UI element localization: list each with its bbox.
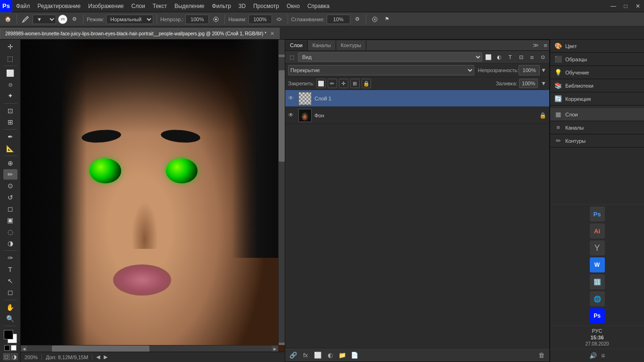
tool-blur[interactable]: ◌	[3, 227, 17, 237]
panel-menu-btn[interactable]: ≡	[542, 42, 549, 49]
lock-transparent-btn[interactable]: ⬜	[316, 79, 326, 88]
ai-app-icon[interactable]: Ai	[590, 223, 605, 239]
menu-image[interactable]: Изображение	[84, 0, 128, 12]
tool-history-brush[interactable]: ↺	[3, 192, 17, 203]
filter-adjustment-btn[interactable]: ◐	[495, 52, 504, 62]
foreground-color[interactable]	[4, 330, 13, 339]
tool-shape[interactable]: ◻	[3, 287, 17, 297]
tool-clone[interactable]: ⊙	[3, 181, 17, 191]
menu-select[interactable]: Выделение	[171, 0, 208, 12]
panel-item-corrections[interactable]: 🔄 Коррекция	[550, 92, 644, 106]
tool-hand[interactable]: ✋	[3, 302, 17, 312]
tool-move[interactable]: ✛	[3, 41, 17, 52]
brush-settings-btn[interactable]: ⚙	[69, 14, 80, 25]
extra-btn-2[interactable]: ⚑	[382, 14, 392, 25]
panel-item-color[interactable]: 🎨 Цвет	[550, 40, 644, 53]
minimize-button[interactable]: —	[607, 0, 619, 12]
opacity-airbrush-btn[interactable]	[211, 14, 221, 25]
status-arrow-right[interactable]: ▶	[104, 354, 107, 360]
tool-text[interactable]: T	[3, 264, 17, 274]
tool-ruler[interactable]: 📐	[3, 143, 17, 153]
lock-all-btn[interactable]: 🔒	[362, 79, 371, 88]
fill-arrow[interactable]: ▼	[541, 80, 546, 87]
menu-view[interactable]: Просмотр	[249, 0, 283, 12]
menu-help[interactable]: Справка	[304, 0, 333, 12]
menu-filter[interactable]: Фильтр	[208, 0, 235, 12]
panel-item-channels[interactable]: ≡ Каналы	[550, 121, 644, 134]
menu-layers[interactable]: Слои	[128, 0, 149, 12]
yandex-icon[interactable]: Y	[590, 240, 605, 255]
tool-gradient[interactable]: ▣	[3, 215, 17, 225]
panel-item-layers[interactable]: ▦ Слои	[550, 108, 644, 121]
opacity-input-layers[interactable]	[519, 65, 540, 75]
layer-blend-mode[interactable]: Перекрытие	[288, 65, 474, 75]
layer-visibility-layer1[interactable]: 👁	[288, 95, 296, 102]
maximize-button[interactable]: □	[619, 0, 632, 12]
new-group-btn[interactable]: 📁	[337, 350, 347, 360]
add-mask-btn[interactable]: ⬜	[313, 350, 323, 360]
browser-icon[interactable]: 🌐	[590, 291, 605, 306]
tool-brush[interactable]: ✏	[3, 169, 17, 180]
tool-magic-wand[interactable]: ✦	[3, 90, 17, 101]
opacity-arrow[interactable]: ▼	[541, 67, 546, 74]
panel-item-paths[interactable]: ✏ Контуры	[550, 134, 644, 148]
opacity-input-toolbar[interactable]	[185, 15, 209, 24]
lock-paint-btn[interactable]: ✏	[328, 79, 337, 88]
home-button[interactable]: 🏠	[3, 14, 13, 25]
tool-path-select[interactable]: ↖	[3, 276, 17, 286]
tab-close-btn[interactable]: ✕	[270, 31, 274, 37]
add-layer-style-btn[interactable]: fx	[300, 350, 311, 360]
notifications-icon[interactable]: 🖥	[601, 353, 605, 358]
tool-dodge[interactable]: ◑	[3, 238, 17, 248]
tool-pen[interactable]: ✑	[3, 253, 17, 263]
menu-file[interactable]: Файл	[12, 0, 34, 12]
filter-pixel-btn[interactable]: ⬜	[484, 52, 493, 62]
fill-input[interactable]	[519, 79, 538, 88]
smoothing-input[interactable]	[327, 15, 350, 24]
extra-btn-1[interactable]	[370, 14, 380, 25]
flow-input[interactable]	[248, 15, 272, 24]
canvas-vscroll[interactable]	[278, 40, 285, 345]
flow-btn[interactable]	[274, 14, 284, 25]
tab-paths[interactable]: Контуры	[336, 41, 366, 50]
document-canvas[interactable]: ◀ ▶	[21, 40, 285, 352]
filter-text-btn[interactable]: T	[505, 52, 515, 62]
tool-eyedropper[interactable]: ✒	[3, 132, 17, 142]
ps-app-icon[interactable]: Ps	[590, 206, 605, 222]
link-layers-btn[interactable]: 🔗	[288, 350, 298, 360]
new-layer-btn[interactable]: 📄	[349, 350, 360, 360]
tool-artboard[interactable]: ⬚	[3, 53, 17, 63]
tab-layers[interactable]: Слои	[285, 41, 308, 50]
tool-crop[interactable]: ⊡	[3, 105, 17, 115]
lock-position-btn[interactable]: ✛	[339, 79, 348, 88]
panel-expand-btn[interactable]: ≫	[530, 40, 542, 50]
panel-item-libraries[interactable]: 📚 Библиотеки	[550, 79, 644, 92]
status-arrow-left[interactable]: ◀	[96, 354, 100, 360]
menu-text[interactable]: Текст	[149, 0, 171, 12]
word-icon[interactable]: W	[590, 257, 605, 272]
volume-icon[interactable]: 🔊	[589, 352, 597, 359]
brush-tool-btn[interactable]	[20, 14, 31, 25]
tool-eraser[interactable]: ◻	[3, 204, 17, 214]
tool-frame[interactable]: ⊞	[3, 117, 17, 127]
delete-layer-btn[interactable]: 🗑	[536, 350, 546, 360]
panel-item-swatches[interactable]: ⬛ Образцы	[550, 53, 644, 66]
swap-colors-btn[interactable]	[4, 345, 10, 351]
default-colors-btn[interactable]	[11, 345, 17, 351]
filter-smartobj-btn[interactable]: ⧈	[527, 52, 537, 62]
standard-mode-btn[interactable]: □	[3, 354, 10, 360]
tab-channels[interactable]: Каналы	[308, 41, 336, 50]
quick-mask-btn[interactable]: ◑	[11, 354, 17, 360]
brush-size-selector[interactable]: ▼	[33, 15, 56, 24]
tool-heal[interactable]: ⊕	[3, 158, 17, 168]
filter-shape-btn[interactable]: ⊡	[516, 52, 526, 62]
menu-edit[interactable]: Редактирование	[34, 0, 84, 12]
tool-select-rect[interactable]: ⬜	[3, 68, 17, 78]
menu-window[interactable]: Окно	[283, 0, 304, 12]
canvas-hscroll[interactable]: ◀ ▶	[21, 345, 278, 352]
smoothing-settings-btn[interactable]: ⚙	[352, 14, 363, 25]
canvas-area[interactable]: ◀ ▶	[21, 40, 285, 352]
calc-icon[interactable]: 🔢	[590, 274, 605, 289]
lock-artboard-btn[interactable]: ⊞	[350, 79, 360, 88]
panel-item-learning[interactable]: 💡 Обучение	[550, 66, 644, 79]
